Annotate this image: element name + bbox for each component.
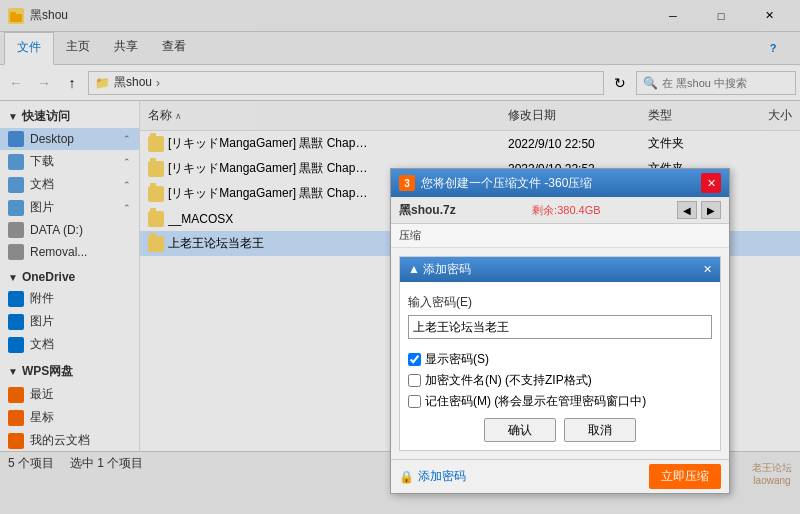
dialog-title: 您将创建一个压缩文件 -360压缩 — [421, 175, 701, 192]
password-input-section: 输入密码(E) — [408, 290, 712, 351]
filename-label: 黑shou.7z — [399, 202, 456, 219]
checkbox-label-1: 加密文件名(N) (不支持ZIP格式) — [425, 372, 592, 389]
add-password-footer: 🔒 添加密码 立即压缩 — [391, 459, 729, 493]
filename-bar: 黑shou.7z 剩余:380.4GB ◀ ▶ — [391, 197, 729, 224]
checkbox-0[interactable] — [408, 353, 421, 366]
add-password-link[interactable]: 🔒 添加密码 — [399, 468, 466, 485]
checkbox-row: 加密文件名(N) (不支持ZIP格式) — [408, 372, 712, 389]
checkbox-row: 记住密码(M) (将会显示在管理密码窗口中) — [408, 393, 712, 410]
password-input[interactable] — [408, 315, 712, 339]
compress-options-label: 压缩 — [399, 228, 421, 243]
watermark: 老王论坛 laowang — [752, 461, 792, 486]
checkbox-1[interactable] — [408, 374, 421, 387]
password-dialog: ▲ 添加密码 ✕ 输入密码(E) 显示密码(S) 加密文件名(N) (不支持ZI… — [399, 256, 721, 451]
compression-options: 压缩 — [391, 224, 729, 248]
space-info: 剩余:380.4GB — [532, 203, 600, 218]
create-archive-button[interactable]: 立即压缩 — [649, 464, 721, 489]
password-input-label: 输入密码(E) — [408, 294, 712, 311]
dialog-buttons: 确认 取消 — [408, 418, 712, 442]
watermark-line2: laowang — [752, 475, 792, 486]
checkbox-2[interactable] — [408, 395, 421, 408]
lock-icon: 🔒 — [399, 470, 414, 484]
filename-ctrl-1[interactable]: ◀ — [677, 201, 697, 219]
password-dialog-close[interactable]: ✕ — [703, 263, 712, 276]
filename-ctrl-2[interactable]: ▶ — [701, 201, 721, 219]
dialog-titlebar: 3 您将创建一个压缩文件 -360压缩 ✕ — [391, 169, 729, 197]
dialog-close-button[interactable]: ✕ — [701, 173, 721, 193]
confirm-button[interactable]: 确认 — [484, 418, 556, 442]
dialog-360: 3 您将创建一个压缩文件 -360压缩 ✕ 黑shou.7z 剩余:380.4G… — [390, 168, 730, 494]
checkbox-label-0: 显示密码(S) — [425, 351, 489, 368]
checkbox-row: 显示密码(S) — [408, 351, 712, 368]
checkbox-label-2: 记住密码(M) (将会显示在管理密码窗口中) — [425, 393, 646, 410]
watermark-line1: 老王论坛 — [752, 461, 792, 475]
filename-controls: ◀ ▶ — [677, 201, 721, 219]
add-password-text: 添加密码 — [418, 468, 466, 485]
checkboxes-container: 显示密码(S) 加密文件名(N) (不支持ZIP格式) 记住密码(M) (将会显… — [408, 351, 712, 410]
password-title-text: ▲ 添加密码 — [408, 261, 471, 278]
dialog-icon: 3 — [399, 175, 415, 191]
password-dialog-title: ▲ 添加密码 ✕ — [400, 257, 720, 282]
cancel-button[interactable]: 取消 — [564, 418, 636, 442]
